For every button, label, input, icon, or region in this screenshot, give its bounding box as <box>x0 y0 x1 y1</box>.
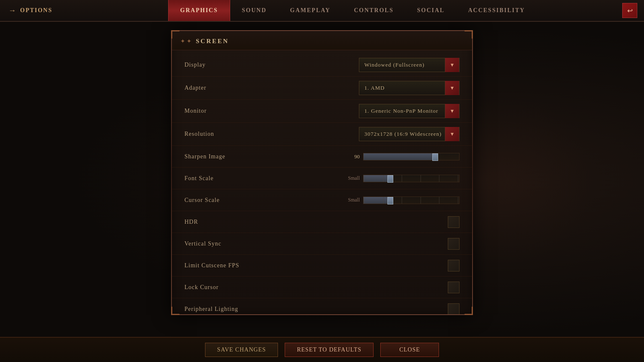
setting-row-hdr: HDR <box>172 211 472 233</box>
fontscale-control: Small <box>345 175 460 182</box>
corner-tl <box>171 30 179 39</box>
resolution-dropdown[interactable]: 3072x1728 (16:9 Widescreen) ▼ <box>359 127 460 141</box>
fontscale-slider-container: Small <box>345 175 460 182</box>
monitor-control: 1. Generic Non-PnP Monitor ▼ <box>359 104 460 118</box>
fontscale-label: Font Scale <box>184 175 345 182</box>
fontscale-slider[interactable] <box>363 175 460 182</box>
hdr-checkbox[interactable] <box>448 216 460 228</box>
main-content: ✦ ✦ SCREEN Display Windowed (Fullscreen) <box>0 22 644 337</box>
sharpen-thumb[interactable] <box>432 153 438 161</box>
setting-row-sharpen: Sharpen Image 90 <box>172 146 472 168</box>
section-title: SCREEN <box>196 38 229 45</box>
settings-list: Display Windowed (Fullscreen) ▼ <box>172 50 472 314</box>
adapter-value: 1. AMD <box>364 85 385 91</box>
setting-row-monitor: Monitor 1. Generic Non-PnP Monitor ▼ <box>172 100 472 123</box>
display-dropdown[interactable]: Windowed (Fullscreen) ▼ <box>359 58 460 72</box>
display-dropdown-btn[interactable]: ▼ <box>445 58 459 72</box>
nav-back-button[interactable]: → OPTIONS <box>0 0 61 21</box>
cutscene-fps-checkbox[interactable] <box>448 260 460 272</box>
tab-social[interactable]: SOCIAL <box>405 0 457 21</box>
back-arrow-icon: → <box>8 6 17 15</box>
close-icon: ↩ <box>627 7 633 15</box>
dropdown-arrow-icon: ▼ <box>450 85 455 91</box>
display-value: Windowed (Fullscreen) <box>364 62 425 68</box>
adapter-label: Adapter <box>184 85 359 91</box>
resolution-value: 3072x1728 (16:9 Widescreen) <box>364 131 441 137</box>
setting-row-vsync: Vertical Sync <box>172 233 472 255</box>
cursorscale-value: Small <box>345 197 360 203</box>
monitor-label: Monitor <box>184 108 359 114</box>
monitor-value: 1. Generic Non-PnP Monitor <box>364 108 438 114</box>
resolution-label: Resolution <box>184 131 359 137</box>
close-button[interactable]: Close <box>380 343 439 357</box>
monitor-dropdown-btn[interactable]: ▼ <box>445 104 459 118</box>
peripheral-lighting-checkbox[interactable] <box>448 303 460 315</box>
monitor-dropdown[interactable]: 1. Generic Non-PnP Monitor ▼ <box>359 104 460 118</box>
tab-accessibility[interactable]: ACCESSIBILITY <box>456 0 537 21</box>
action-bar: Save Changes Reset to Defaults Close <box>0 337 644 362</box>
nav-bar: → OPTIONS GRAPHICS SOUND GAMEPLAY CONTRO… <box>0 0 644 22</box>
fontscale-value: Small <box>345 175 360 181</box>
vsync-label: Vertical Sync <box>184 240 448 247</box>
adapter-dropdown-btn[interactable]: ▼ <box>445 81 459 95</box>
settings-panel: ✦ ✦ SCREEN Display Windowed (Fullscreen) <box>171 30 473 315</box>
display-label: Display <box>184 62 359 68</box>
display-control: Windowed (Fullscreen) ▼ <box>359 58 460 72</box>
setting-row-cutscene-fps: Limit Cutscene FPS <box>172 255 472 277</box>
settings-body: Display Windowed (Fullscreen) ▼ <box>172 50 472 314</box>
tab-sound[interactable]: SOUND <box>230 0 278 21</box>
vsync-checkbox[interactable] <box>448 238 460 250</box>
section-header: ✦ ✦ SCREEN <box>172 31 472 50</box>
nav-close-button[interactable]: ↩ <box>622 3 637 18</box>
corner-tr <box>465 30 473 39</box>
setting-row-lock-cursor: Lock Cursor <box>172 277 472 298</box>
tab-gameplay[interactable]: GAMEPLAY <box>278 0 342 21</box>
resolution-dropdown-btn[interactable]: ▼ <box>445 127 459 141</box>
setting-row-cursorscale: Cursor Scale Small <box>172 189 472 211</box>
sharpen-label: Sharpen Image <box>184 153 347 160</box>
cursorscale-slider-container: Small <box>345 197 460 204</box>
setting-row-peripheral-lighting: Peripheral Lighting <box>172 298 472 314</box>
corner-br <box>465 307 473 315</box>
setting-row-display: Display Windowed (Fullscreen) ▼ <box>172 54 472 77</box>
nav-tabs: GRAPHICS SOUND GAMEPLAY CONTROLS SOCIAL … <box>61 0 644 21</box>
peripheral-lighting-label: Peripheral Lighting <box>184 306 448 313</box>
peripheral-lighting-control <box>448 303 460 315</box>
adapter-dropdown[interactable]: 1. AMD ▼ <box>359 81 460 95</box>
tab-graphics[interactable]: GRAPHICS <box>168 0 230 21</box>
resolution-control: 3072x1728 (16:9 Widescreen) ▼ <box>359 127 460 141</box>
nav-back-label: OPTIONS <box>20 7 52 14</box>
cursorscale-label: Cursor Scale <box>184 197 345 204</box>
cursorscale-ticks <box>364 197 459 204</box>
cutscene-fps-label: Limit Cutscene FPS <box>184 262 448 269</box>
cursorscale-control: Small <box>345 197 460 204</box>
corner-bl <box>171 307 179 315</box>
fontscale-ticks <box>364 175 459 182</box>
setting-row-resolution: Resolution 3072x1728 (16:9 Widescreen) ▼ <box>172 123 472 146</box>
setting-row-adapter: Adapter 1. AMD ▼ <box>172 77 472 100</box>
section-icon: ✦ ✦ <box>180 38 192 45</box>
lock-cursor-control <box>448 282 460 293</box>
sharpen-control: 90 <box>347 153 460 160</box>
panel-wrapper: ✦ ✦ SCREEN Display Windowed (Fullscreen) <box>171 30 473 315</box>
lock-cursor-label: Lock Cursor <box>184 284 448 291</box>
vsync-control <box>448 238 460 250</box>
dropdown-arrow-icon: ▼ <box>450 108 455 114</box>
cursorscale-slider[interactable] <box>363 197 460 204</box>
dropdown-arrow-icon: ▼ <box>450 62 455 68</box>
reset-defaults-button[interactable]: Reset to Defaults <box>285 343 374 357</box>
adapter-control: 1. AMD ▼ <box>359 81 460 95</box>
hdr-control <box>448 216 460 228</box>
save-changes-button[interactable]: Save Changes <box>205 343 278 357</box>
sharpen-slider[interactable] <box>363 153 460 160</box>
sharpen-slider-container: 90 <box>347 153 460 160</box>
sharpen-fill <box>364 153 435 160</box>
cutscene-fps-control <box>448 260 460 272</box>
lock-cursor-checkbox[interactable] <box>448 282 460 293</box>
setting-row-fontscale: Font Scale Small <box>172 168 472 189</box>
dropdown-arrow-icon: ▼ <box>450 131 455 137</box>
hdr-label: HDR <box>184 219 448 225</box>
tab-controls[interactable]: CONTROLS <box>342 0 405 21</box>
sharpen-value: 90 <box>347 153 360 160</box>
